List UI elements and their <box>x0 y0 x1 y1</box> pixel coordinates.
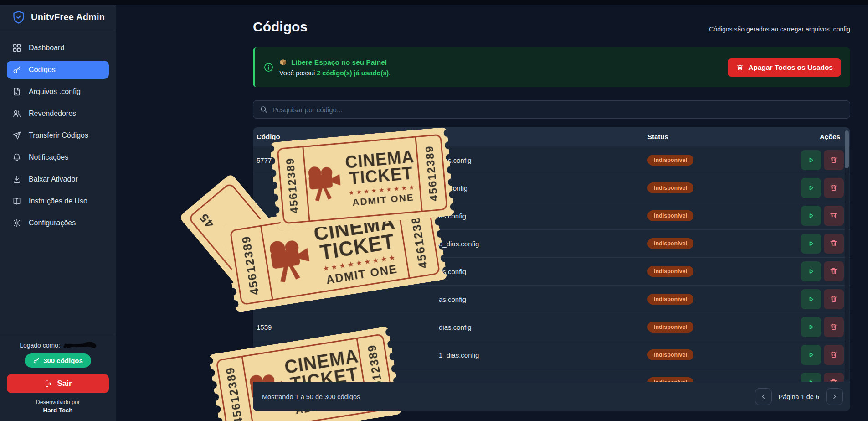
file-icon <box>12 87 21 96</box>
table-footer: Mostrando 1 a 50 de 300 códigos Página 1… <box>253 382 850 411</box>
delete-code-button[interactable] <box>824 261 844 281</box>
sidebar-item-arquivos-config[interactable]: Arquivos .config <box>7 83 109 101</box>
activate-code-button[interactable] <box>801 373 821 382</box>
sidebar-item-label: Códigos <box>29 66 56 74</box>
activate-code-button[interactable] <box>801 345 821 365</box>
free-space-alert: Libere Espaço no seu Painel Você possui … <box>253 47 850 87</box>
sidebar-item-transferir-codigos[interactable]: Transferir Códigos <box>7 126 109 145</box>
book-icon <box>12 197 21 206</box>
play-icon <box>806 322 816 332</box>
trash-icon <box>829 211 838 220</box>
sidebar-nav: Dashboard Códigos Arquivos .config <box>0 39 116 232</box>
status-badge: Indisponível <box>647 238 693 249</box>
status-badge: Indisponível <box>647 155 693 166</box>
table-scrollbar[interactable] <box>845 130 849 380</box>
delete-all-used-button[interactable]: Apagar Todos os Usados <box>728 58 841 77</box>
delete-code-button[interactable] <box>824 373 844 382</box>
sidebar-item-label: Revendedores <box>29 109 76 118</box>
activate-code-button[interactable] <box>801 150 821 170</box>
sidebar-item-codigos[interactable]: Códigos <box>7 61 109 79</box>
shield-check-logo-icon <box>12 10 25 25</box>
sidebar-footer: Logado como: 300 códigos <box>0 335 116 421</box>
key-icon <box>12 65 21 74</box>
users-icon <box>12 109 21 118</box>
codes-count-label: 300 códigos <box>43 357 83 364</box>
activate-code-button[interactable] <box>801 234 821 254</box>
status-badge: Indisponível <box>647 210 693 221</box>
play-icon <box>806 156 816 165</box>
sidebar-item-notificacoes[interactable]: Notificações <box>7 148 109 166</box>
activate-code-button[interactable] <box>801 261 821 281</box>
sidebar-item-configuracoes[interactable]: Configurações <box>7 214 109 232</box>
sidebar-header: UnitvFree Admin <box>0 5 116 30</box>
logout-button[interactable]: Sair <box>7 374 109 393</box>
activate-code-button[interactable] <box>801 178 821 198</box>
code-cell: 5777 <box>253 156 360 164</box>
ticket-stub-left: 45612389 <box>216 356 254 421</box>
search-box <box>253 100 850 119</box>
column-header-status: Status <box>647 133 761 140</box>
codes-count-badge: 300 códigos <box>25 353 91 368</box>
sidebar-item-label: Transferir Códigos <box>29 131 88 140</box>
scrollbar-thumb[interactable] <box>845 130 849 168</box>
sidebar-item-instrucoes[interactable]: Instruções de Uso <box>7 192 109 210</box>
sidebar-item-label: Dashboard <box>29 44 64 52</box>
delete-code-button[interactable] <box>824 206 844 226</box>
play-icon <box>806 211 816 220</box>
download-icon <box>12 175 21 184</box>
delete-code-button[interactable] <box>824 345 844 365</box>
config-file-cell: dias.config <box>360 323 647 331</box>
config-file-cell: as.config <box>360 296 647 303</box>
activate-code-button[interactable] <box>801 317 821 337</box>
status-badge: Indisponível <box>647 182 693 193</box>
logout-icon <box>44 379 52 388</box>
column-header-acoes: Ações <box>761 133 850 140</box>
table-row: 679 1_dias.config Indisponível <box>253 341 850 369</box>
developed-by-label: Desenvolvido por <box>7 399 109 405</box>
chevron-left-icon <box>760 393 767 400</box>
trash-icon <box>829 239 838 248</box>
table-row: ias.config Indisponível <box>253 174 850 202</box>
package-icon <box>279 58 287 66</box>
codes-table-card: Código Arquivo .config Status Ações 5777… <box>253 127 850 411</box>
trash-icon <box>736 63 744 72</box>
delete-code-button[interactable] <box>824 234 844 254</box>
trash-icon <box>829 183 838 192</box>
trash-icon <box>829 350 838 359</box>
trash-icon <box>829 378 838 382</box>
status-badge: Indisponível <box>647 266 693 277</box>
sidebar-item-dashboard[interactable]: Dashboard <box>7 39 109 57</box>
developer-name: Hard Tech <box>7 407 109 414</box>
code-cell: 679 <box>253 351 360 359</box>
main-area: Códigos Códigos são gerados ao carregar … <box>116 5 868 421</box>
column-header-codigo: Código <box>253 133 360 140</box>
delete-code-button[interactable] <box>824 150 844 170</box>
table-row: 1559 dias.config Indisponível <box>253 313 850 341</box>
page-title: Códigos <box>253 19 308 35</box>
sidebar-item-revendedores[interactable]: Revendedores <box>7 104 109 123</box>
sidebar-item-baixar-ativador[interactable]: Baixar Ativador <box>7 170 109 188</box>
search-input[interactable] <box>272 106 843 114</box>
pagination-summary: Mostrando 1 a 50 de 300 códigos <box>262 393 360 400</box>
activate-code-button[interactable] <box>801 289 821 309</box>
send-icon <box>12 131 21 140</box>
play-icon <box>806 183 816 192</box>
info-circle-icon <box>263 62 274 73</box>
trash-icon <box>829 322 838 332</box>
logout-label: Sair <box>57 379 72 388</box>
play-icon <box>806 295 816 304</box>
delete-code-button[interactable] <box>824 289 844 309</box>
delete-code-button[interactable] <box>824 317 844 337</box>
sidebar-item-label: Baixar Ativador <box>29 175 78 183</box>
previous-page-button[interactable] <box>755 388 772 405</box>
activate-code-button[interactable] <box>801 206 821 226</box>
delete-all-used-label: Apagar Todos os Usados <box>748 63 833 72</box>
status-badge: Indisponível <box>647 349 693 360</box>
config-file-cell: ias.config <box>360 184 647 192</box>
config-file-cell: 0_dias.config <box>360 240 647 248</box>
app-title: UnitvFree Admin <box>31 12 105 22</box>
key-icon <box>33 357 40 364</box>
delete-code-button[interactable] <box>824 178 844 198</box>
play-icon <box>806 267 816 276</box>
next-page-button[interactable] <box>826 388 843 405</box>
